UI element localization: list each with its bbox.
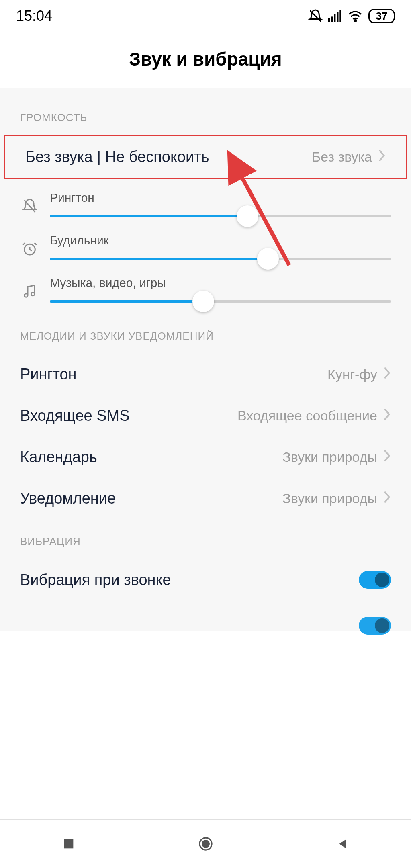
svg-point-10 (31, 293, 34, 296)
svg-rect-5 (339, 10, 341, 22)
section-header-sounds: МЕЛОДИИ И ЗВУКИ УВЕДОМЛЕНИЙ (0, 323, 411, 354)
status-time: 15:04 (16, 8, 52, 25)
silent-dnd-value: Без звука (312, 149, 386, 166)
wifi-icon (348, 10, 363, 22)
partial-row[interactable]: x (0, 601, 411, 631)
svg-rect-2 (331, 16, 333, 22)
vibrate-on-call-toggle[interactable] (359, 571, 391, 589)
svg-point-6 (354, 20, 356, 22)
slider-ringtone-thumb[interactable] (237, 205, 258, 227)
notification-row[interactable]: Уведомление Звуки природы (0, 478, 411, 519)
partial-toggle[interactable] (359, 617, 391, 635)
status-right: 37 (308, 9, 395, 23)
ringtone-row[interactable]: Рингтон Кунг-фу (0, 354, 411, 395)
slider-alarm-thumb[interactable] (257, 248, 279, 270)
toggle-knob (375, 573, 389, 587)
section-header-volume: ГРОМКОСТЬ (0, 104, 411, 135)
slider-media-track[interactable] (50, 300, 391, 303)
section-header-vibration: ВИБРАЦИЯ (0, 519, 411, 559)
slider-ringtone-track[interactable] (50, 215, 391, 217)
chevron-right-icon (383, 449, 391, 466)
bell-off-icon (20, 198, 39, 217)
screen: 15:04 37 (0, 0, 411, 868)
svg-rect-4 (337, 12, 338, 22)
slider-ringtone-label: Рингтон (50, 191, 391, 205)
navigation-bar (0, 819, 411, 868)
chevron-right-icon (383, 407, 391, 424)
silent-dnd-label: Без звука | Не беспокоить (25, 148, 209, 166)
slider-media-label: Музыка, видео, игры (50, 276, 391, 290)
slider-media-thumb[interactable] (192, 291, 214, 312)
svg-rect-1 (328, 18, 330, 22)
vibrate-on-call-label: Вибрация при звонке (20, 571, 171, 589)
calendar-value: Звуки природы (282, 449, 377, 465)
status-bar: 15:04 37 (0, 0, 411, 32)
signal-icon (328, 10, 342, 22)
calendar-row[interactable]: Календарь Звуки природы (0, 436, 411, 478)
vibrate-on-call-row[interactable]: Вибрация при звонке (0, 559, 411, 601)
svg-point-9 (25, 294, 28, 297)
slider-alarm-track[interactable] (50, 258, 391, 260)
svg-rect-12 (64, 839, 73, 849)
chevron-right-icon (383, 490, 391, 507)
silent-dnd-value-text: Без звука (312, 149, 372, 165)
content: ГРОМКОСТЬ Без звука | Не беспокоить Без … (0, 88, 411, 631)
slider-ringtone[interactable]: Рингтон (0, 179, 411, 229)
ringtone-label: Рингтон (20, 366, 77, 383)
page-title: Звук и вибрация (0, 32, 411, 88)
nav-recent-button[interactable] (60, 835, 77, 852)
slider-alarm-label: Будильник (50, 233, 391, 247)
silent-dnd-row[interactable]: Без звука | Не беспокоить Без звука (4, 135, 407, 179)
slider-media[interactable]: Музыка, видео, игры (0, 272, 411, 323)
alarm-icon (20, 241, 39, 260)
nav-back-button[interactable] (334, 835, 351, 852)
sms-label: Входящее SMS (20, 407, 130, 424)
mute-icon (308, 9, 323, 23)
battery-indicator: 37 (368, 9, 395, 23)
notification-label: Уведомление (20, 490, 116, 507)
toggle-knob (375, 618, 389, 633)
notification-value: Звуки природы (282, 491, 377, 506)
chevron-right-icon (383, 366, 391, 383)
svg-point-14 (202, 841, 209, 848)
ringtone-value: Кунг-фу (327, 366, 377, 382)
chevron-right-icon (378, 149, 386, 166)
sms-row[interactable]: Входящее SMS Входящее сообщение (0, 395, 411, 436)
nav-home-button[interactable] (197, 835, 214, 852)
sms-value: Входящее сообщение (237, 408, 377, 424)
svg-rect-3 (334, 14, 335, 22)
calendar-label: Календарь (20, 448, 97, 466)
slider-alarm[interactable]: Будильник (0, 229, 411, 272)
music-icon (20, 283, 39, 303)
